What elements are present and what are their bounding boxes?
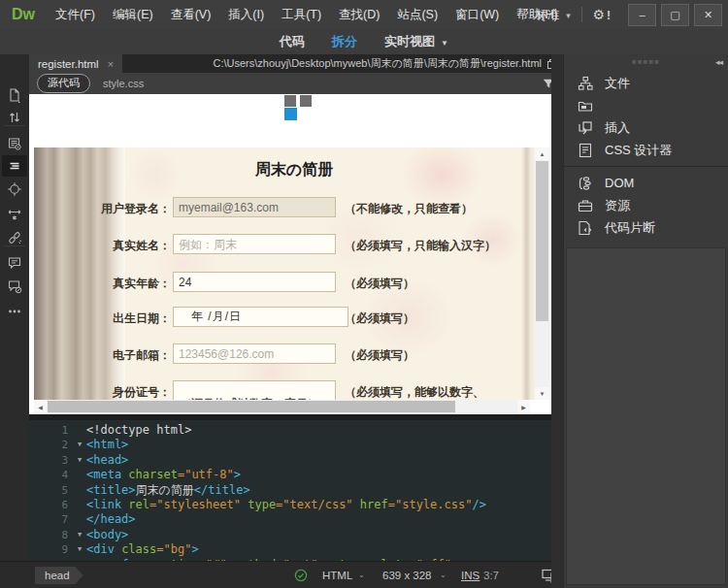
source-code-button[interactable]: 源代码 — [37, 74, 90, 93]
live-view-button[interactable]: 实时视图▼ — [384, 33, 448, 50]
code-line: 3▼<head> — [29, 453, 563, 468]
code-text: <meta charset="utf-8"> — [86, 468, 563, 482]
panel-label: CSS 设计器 — [605, 142, 672, 159]
list-eye-icon[interactable] — [7, 136, 22, 151]
vertical-scrollbar[interactable]: ▲ ▼ — [535, 147, 549, 400]
form-input[interactable] — [173, 234, 336, 254]
panel-tab-CSS 设计器[interactable]: CSS 设计器 — [564, 139, 728, 161]
code-text: <!doctype html> — [86, 423, 563, 438]
dom-icon — [577, 175, 594, 192]
close-icon[interactable]: × — [108, 58, 114, 70]
panel-tab-文件[interactable]: 文件 — [564, 72, 728, 94]
split-view-button[interactable]: 拆分 — [332, 33, 357, 50]
chevron-down-icon: ▼ — [565, 12, 573, 20]
expand-icon[interactable] — [7, 207, 22, 222]
page-title: 周末の简册 — [158, 160, 430, 180]
field-label: 用户登录名： — [34, 201, 171, 217]
fold-arrow-icon[interactable]: ▼ — [73, 528, 86, 542]
live-view-handle[interactable] — [284, 95, 296, 107]
code-text: <head> — [86, 453, 563, 468]
dw-logo: Dw — [12, 6, 35, 23]
snippets-icon — [577, 219, 594, 237]
crosshair-icon[interactable] — [7, 181, 22, 197]
code-view-button[interactable]: 代码 — [280, 33, 305, 50]
scrollbar-thumb[interactable] — [536, 161, 548, 321]
panel-label: 代码片断 — [605, 219, 655, 237]
line-number: 7 — [29, 512, 73, 527]
horizontal-scrollbar[interactable]: ◀ ▶ — [34, 400, 530, 413]
field-hint: （必须填写） — [345, 276, 414, 292]
dock-drag-handle[interactable]: ■■■■■ — [564, 58, 728, 66]
menu-item[interactable]: 查找(D) — [330, 0, 388, 29]
form-input[interactable] — [173, 343, 336, 364]
files-tree-icon — [577, 75, 594, 92]
document-toolbar: 代码 拆分 实时视图▼ — [0, 29, 728, 55]
doc-type-dropdown[interactable]: HTML — [322, 562, 352, 588]
panel-tab-代码片断[interactable]: 代码片断 — [564, 216, 728, 239]
scroll-left-button[interactable]: ◀ — [34, 400, 47, 413]
live-view-handle[interactable] — [300, 95, 312, 107]
common-toolbar — [0, 54, 30, 561]
menu-item[interactable]: 站点(S) — [388, 0, 447, 29]
panel-tab-untitled[interactable] — [564, 94, 728, 116]
file-icon[interactable] — [7, 87, 22, 103]
form-input[interactable] — [173, 197, 336, 217]
more-icon[interactable] — [7, 304, 22, 319]
folder-icon — [577, 97, 594, 114]
insert-mode-indicator[interactable]: INS — [461, 562, 480, 588]
code-line: 8▼<body> — [29, 528, 563, 542]
minimize-button[interactable]: – — [628, 4, 656, 26]
dreamweaver-window: Dw 文件(F)编辑(E)查看(V)插入(I)工具(T)查找(D)站点(S)窗口… — [0, 0, 728, 588]
panel-label: 插入 — [605, 119, 630, 137]
code-text: <div class="bg"> — [86, 542, 563, 557]
link-icon[interactable] — [7, 230, 22, 245]
code-text: <html> — [86, 438, 563, 452]
menu-item[interactable]: 文件(F) — [47, 0, 104, 29]
scroll-up-button[interactable]: ▲ — [535, 147, 549, 160]
file-management-icon[interactable] — [7, 110, 22, 125]
tag-selector-head[interactable]: head — [35, 567, 83, 584]
gear-icon[interactable]: ⚙! — [592, 7, 611, 22]
code-line: 5<title>周末の简册</title> — [29, 483, 563, 498]
form-input[interactable] — [173, 272, 336, 292]
menu-item[interactable]: 插入(I) — [219, 0, 273, 29]
lint-ok-icon — [294, 569, 308, 582]
collapse-panels-icon[interactable]: ◂◂ — [715, 57, 722, 67]
fold-arrow-icon[interactable]: ▼ — [73, 542, 86, 557]
field-hint: （必须填写） — [345, 347, 414, 364]
dock-splitter[interactable] — [551, 54, 563, 588]
menu-item[interactable]: 工具(T) — [273, 0, 330, 29]
scroll-right-button[interactable]: ▶ — [517, 400, 530, 413]
comment-off-icon[interactable] — [7, 278, 22, 294]
workspace-switcher[interactable]: 标准▼ — [536, 7, 573, 23]
related-files-bar: 源代码 style.css — [29, 73, 563, 95]
related-file-stylecss[interactable]: style.css — [103, 78, 144, 89]
maximize-button[interactable]: ▢ — [661, 4, 689, 26]
live-view-handle-active[interactable] — [284, 108, 297, 120]
code-line: 2▼<html> — [29, 438, 563, 452]
panel-tab-DOM[interactable]: DOM — [564, 172, 728, 194]
comment-icon[interactable] — [7, 255, 22, 271]
line-number: 5 — [29, 483, 73, 498]
code-line: 9▼<div class="bg"> — [29, 542, 563, 557]
scrollbar-thumb[interactable] — [48, 401, 455, 412]
scroll-down-button[interactable]: ▼ — [535, 387, 549, 400]
panel-tab-资源[interactable]: 资源 — [564, 194, 728, 216]
rendered-page: 周末の简册 用户登录名：（不能修改，只能查看）真实姓名：（必须填写，只能输入汉字… — [34, 147, 535, 400]
menu-item[interactable]: 查看(V) — [162, 0, 220, 29]
field-label: 真实年龄： — [34, 276, 171, 292]
close-button[interactable]: ✕ — [694, 4, 722, 26]
tab-register-html[interactable]: register.html × — [29, 54, 122, 73]
line-number: 2 — [29, 438, 73, 452]
format-source-icon[interactable] — [7, 158, 22, 174]
fold-arrow-icon[interactable]: ▼ — [73, 453, 86, 468]
divider — [581, 7, 582, 22]
empty-panel-area — [566, 247, 726, 585]
menu-item[interactable]: 窗口(W) — [447, 0, 508, 29]
window-size-dropdown[interactable]: 639 x 328 — [382, 562, 432, 588]
fold-arrow-icon[interactable]: ▼ — [73, 438, 86, 452]
code-view[interactable]: 1<!doctype html>2▼<html>3▼<head>4<meta c… — [29, 420, 563, 561]
menu-item[interactable]: 编辑(E) — [104, 0, 162, 29]
form-input[interactable] — [173, 307, 348, 327]
panel-tab-插入[interactable]: 插入 — [564, 116, 728, 139]
